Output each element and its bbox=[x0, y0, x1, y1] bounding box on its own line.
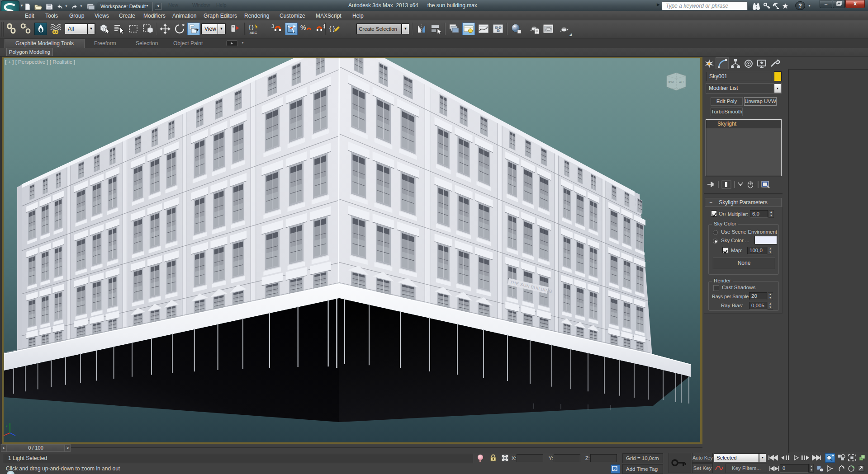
svg-text:[ + ] [ Perspective ] [ Realis: [ + ] [ Perspective ] [ Realistic ] bbox=[5, 59, 75, 65]
svg-text:{ }: { } bbox=[329, 25, 335, 32]
svg-text:Y: Y bbox=[5, 424, 8, 428]
svg-text:{ }: { } bbox=[249, 24, 254, 30]
svg-text:ABC: ABC bbox=[250, 31, 257, 35]
svg-text:BACK: BACK bbox=[669, 81, 674, 83]
svg-text:LEFT: LEFT bbox=[679, 81, 684, 83]
svg-text:3: 3 bbox=[271, 23, 274, 29]
svg-text:%: % bbox=[300, 24, 306, 31]
